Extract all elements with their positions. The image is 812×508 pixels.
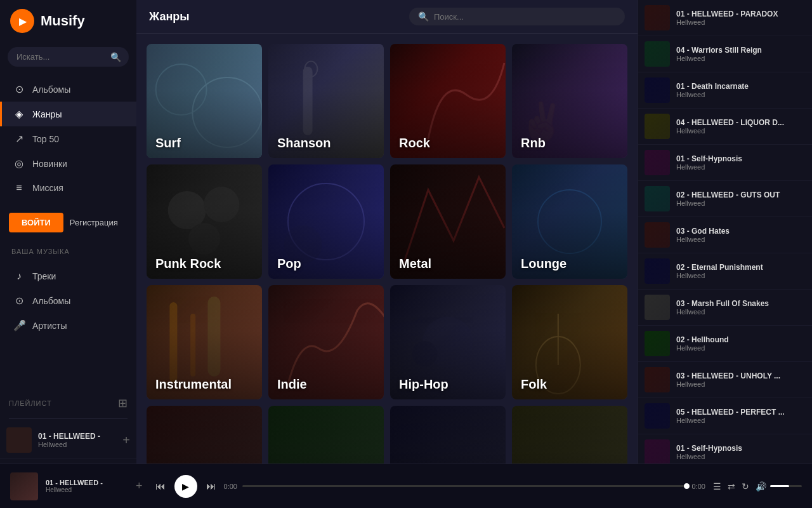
genre-card-rnb[interactable]: ✌ Rnb	[512, 44, 627, 158]
track-list-item[interactable]: 04 - HELLWEED - LIQUOR D... Hellweed	[638, 109, 812, 145]
queue-button[interactable]: ☰	[713, 481, 721, 491]
next-button[interactable]: ⏭	[206, 481, 216, 492]
player-add-button[interactable]: +	[136, 479, 143, 493]
login-button[interactable]: ВОЙТИ	[9, 213, 63, 232]
track-item-artist: Hellweed	[676, 91, 806, 98]
sidebar-track-thumb	[6, 427, 32, 453]
track-item-thumb	[645, 150, 670, 175]
novosti-icon: ◎	[13, 157, 25, 170]
playlist-add-button[interactable]: ⊞	[118, 396, 128, 410]
sidebar-track-add[interactable]: +	[122, 433, 130, 448]
my-albums-icon: ⊙	[13, 295, 25, 307]
track-list-item[interactable]: 03 - HELLWEED - UNHOLY ... Hellweed	[638, 362, 812, 398]
track-item-name: 04 - HELLWEED - LIQUOR D...	[676, 118, 806, 127]
prev-button[interactable]: ⏮	[155, 481, 166, 492]
track-item-thumb	[645, 258, 670, 284]
repeat-button[interactable]: ↻	[742, 481, 749, 491]
track-list-item[interactable]: 03 - God Hates Hellweed	[638, 217, 812, 253]
player-controls: ⏮ ▶ ⏭	[155, 475, 216, 498]
track-list-item[interactable]: 01 - Self-Hypnosis Hellweed	[638, 145, 812, 181]
genres-grid: Surf Shanson Rock ✌ Rnb Punk Rock	[136, 34, 638, 464]
track-item-info: 04 - Warriors Still Reign Hellweed	[676, 46, 806, 62]
sidebar-current-track[interactable]: 01 - HELLWEED - Hellweed +	[0, 422, 136, 458]
shuffle-button[interactable]: ⇄	[728, 481, 735, 491]
volume-bar[interactable]	[770, 485, 802, 487]
track-item-name: 01 - HELLWEED - PARADOX	[676, 10, 806, 18]
sidebar-item-my-albums[interactable]: ⊙ Альбомы	[0, 288, 136, 313]
player-track-name: 01 - HELLWEED -	[46, 479, 128, 486]
genre-card-lounge[interactable]: Lounge	[512, 164, 627, 279]
genre-card-surf[interactable]: Surf	[147, 44, 262, 158]
genre-label-indie: Indie	[277, 377, 307, 392]
genre-card-shanson[interactable]: Shanson	[268, 44, 384, 158]
track-list-item[interactable]: 02 - HELLWEED - GUTS OUT Hellweed	[638, 181, 812, 217]
track-list-item[interactable]: 02 - Eternal Punishment Hellweed	[638, 253, 812, 290]
sidebar-item-mission-label: Миссия	[32, 183, 63, 193]
track-item-artist: Hellweed	[676, 163, 806, 171]
header-search-icon: 🔍	[418, 11, 429, 22]
genre-label-folk: Folk	[521, 377, 547, 392]
track-item-thumb	[645, 367, 670, 392]
genre-card-folk[interactable]: Folk	[512, 285, 627, 399]
register-button[interactable]: Регистрация	[70, 218, 118, 227]
genres-icon: ◈	[13, 108, 25, 120]
sidebar-item-genres[interactable]: ◈ Жанры	[0, 102, 136, 126]
track-item-thumb	[645, 403, 670, 429]
genre-card-pop[interactable]: Pop	[268, 164, 384, 279]
main-content: Жанры 🔍 Surf Shanson Rock	[136, 0, 638, 464]
track-item-artist: Hellweed	[676, 18, 806, 26]
track-item-info: 03 - HELLWEED - UNHOLY ... Hellweed	[676, 371, 806, 388]
genre-card-metal[interactable]: Metal	[390, 164, 506, 279]
sidebar-item-albums[interactable]: ⊙ Альбомы	[0, 77, 136, 102]
my-music-section-title: ВАША МУЗЫКА	[0, 240, 136, 259]
main-header: Жанры 🔍	[136, 0, 638, 34]
track-item-info: 03 - God Hates Hellweed	[676, 227, 806, 243]
sidebar-item-top50[interactable]: ↗ Top 50	[0, 126, 136, 151]
track-item-name: 05 - HELLWEED - PERFECT ...	[676, 408, 806, 417]
sidebar-item-tracks[interactable]: ♪ Треки	[0, 264, 136, 288]
genre-card-indie[interactable]: Indie	[268, 285, 384, 399]
header-search-input[interactable]	[434, 12, 616, 22]
genre-card-punkrock[interactable]: Punk Rock	[147, 164, 262, 279]
genre-label-shanson: Shanson	[277, 136, 331, 150]
track-list-item[interactable]: 01 - HELLWEED - PARADOX Hellweed	[638, 0, 812, 36]
track-item-info: 05 - HELLWEED - PERFECT ... Hellweed	[676, 408, 806, 424]
sidebar-item-artists-label: Артисты	[32, 321, 67, 331]
track-item-name: 02 - HELLWEED - GUTS OUT	[676, 190, 806, 199]
track-item-name: 03 - HELLWEED - UNHOLY ...	[676, 371, 806, 380]
genre-label-pop: Pop	[277, 257, 301, 271]
genre-card-extra1[interactable]	[147, 406, 262, 464]
genre-card-hiphop[interactable]: Hip-Hop	[390, 285, 506, 399]
track-item-info: 03 - Marsh Full Of Snakes Hellweed	[676, 299, 806, 316]
track-item-artist: Hellweed	[676, 199, 806, 207]
track-item-thumb	[645, 295, 670, 320]
volume-button[interactable]: 🔊	[756, 481, 766, 491]
track-list-item[interactable]: 01 - Death Incarnate Hellweed	[638, 72, 812, 109]
sidebar-item-novosti[interactable]: ◎ Новинки	[0, 151, 136, 176]
genre-card-extra2[interactable]	[268, 406, 384, 464]
play-button[interactable]: ▶	[174, 475, 197, 498]
track-list-item[interactable]: 03 - Marsh Full Of Snakes Hellweed	[638, 290, 812, 326]
sidebar-item-tracks-label: Треки	[32, 271, 56, 281]
player-bar: 01 - HELLWEED - Hellweed + ⏮ ▶ ⏭ 0:00 0:…	[0, 464, 812, 508]
genre-card-extra4[interactable]	[512, 406, 627, 464]
player-progress: 0:00 0:00	[224, 483, 705, 490]
genre-card-instrumental[interactable]: Instrumental	[147, 285, 262, 399]
genre-card-rock[interactable]: Rock	[390, 44, 506, 158]
track-item-thumb	[645, 439, 670, 464]
track-list-item[interactable]: 01 - Self-Hypnosis Hellweed	[638, 434, 812, 464]
genre-card-extra3[interactable]	[390, 406, 506, 464]
right-panel: 01 - HELLWEED - PARADOX Hellweed 04 - Wa…	[638, 0, 812, 464]
albums-icon: ⊙	[13, 83, 25, 95]
track-item-info: 02 - Hellhound Hellweed	[676, 335, 806, 352]
top50-icon: ↗	[13, 133, 25, 145]
sidebar: Musify 🔍 ⊙ Альбомы ◈ Жанры ↗ Top 50 ◎	[0, 0, 136, 464]
track-list-item[interactable]: 02 - Hellhound Hellweed	[638, 326, 812, 362]
sidebar-item-mission[interactable]: ≡ Миссия	[0, 176, 136, 200]
playlist-section: ПЛЕЙЛИСТ ⊞	[0, 387, 136, 414]
progress-bar[interactable]	[242, 485, 687, 487]
sidebar-item-artists[interactable]: 🎤 Артисты	[0, 313, 136, 338]
track-list-item[interactable]: 04 - Warriors Still Reign Hellweed	[638, 36, 812, 72]
track-list-item[interactable]: 05 - HELLWEED - PERFECT ... Hellweed	[638, 398, 812, 434]
track-item-artist: Hellweed	[676, 127, 806, 135]
